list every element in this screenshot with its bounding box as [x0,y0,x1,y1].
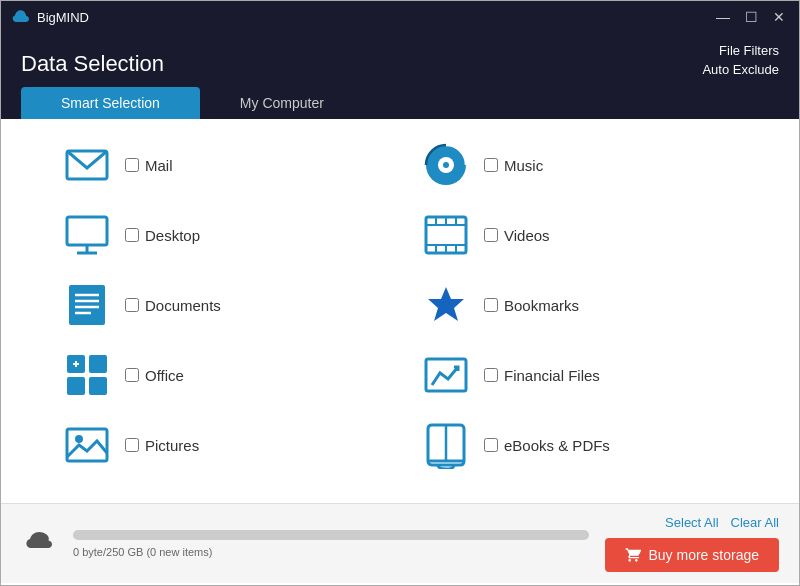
svg-rect-24 [67,377,85,395]
auto-exclude-link[interactable]: Auto Exclude [702,62,779,77]
music-checkbox[interactable] [484,158,498,172]
category-office[interactable]: Office [61,349,380,401]
pictures-icon [61,419,113,471]
maximize-button[interactable]: ☐ [741,7,761,27]
videos-label[interactable]: Videos [484,227,550,244]
cart-icon [625,547,641,563]
category-financial[interactable]: Financial Files [420,349,739,401]
bookmarks-icon [420,279,472,331]
clear-all-button[interactable]: Clear All [731,515,779,530]
pictures-checkbox[interactable] [125,438,139,452]
category-bookmarks[interactable]: Bookmarks [420,279,739,331]
window-controls: — ☐ ✕ [713,7,789,27]
select-clear-row: Select All Clear All [665,515,779,530]
title-bar: BigMIND — ☐ ✕ [1,1,799,33]
header-actions: File Filters Auto Exclude [702,43,779,87]
svg-rect-25 [89,377,107,395]
documents-icon [61,279,113,331]
mail-label[interactable]: Mail [125,157,173,174]
music-icon [420,139,472,191]
page-title: Data Selection [21,51,164,87]
office-icon [61,349,113,401]
bookmarks-label[interactable]: Bookmarks [484,297,579,314]
financial-label[interactable]: Financial Files [484,367,600,384]
category-ebooks[interactable]: eBooks & PDFs [420,419,739,471]
pictures-label[interactable]: Pictures [125,437,199,454]
category-music[interactable]: Music [420,139,739,191]
videos-checkbox[interactable] [484,228,498,242]
minimize-button[interactable]: — [713,7,733,27]
svg-point-30 [75,435,83,443]
category-desktop[interactable]: Desktop [61,209,380,261]
financial-icon [420,349,472,401]
tab-bar: Smart Selection My Computer [1,87,799,119]
mail-checkbox[interactable] [125,158,139,172]
header: Data Selection File Filters Auto Exclude [1,33,799,87]
tab-smart-selection[interactable]: Smart Selection [21,87,200,119]
desktop-checkbox[interactable] [125,228,139,242]
category-documents[interactable]: Documents [61,279,380,331]
storage-label: 0 byte/250 GB (0 new items) [73,546,589,558]
svg-marker-21 [428,287,464,321]
app-title: BigMIND [37,10,713,25]
desktop-icon [61,209,113,261]
category-mail[interactable]: Mail [61,139,380,191]
select-all-button[interactable]: Select All [665,515,718,530]
category-pictures[interactable]: Pictures [61,419,380,471]
ebooks-icon [420,419,472,471]
ebooks-checkbox[interactable] [484,438,498,452]
cloud-storage-icon [21,528,57,560]
svg-rect-23 [89,355,107,373]
app-logo-icon [11,7,31,27]
svg-rect-4 [67,217,107,245]
category-grid: Mail Music [61,139,739,471]
videos-icon [420,209,472,261]
mail-icon [61,139,113,191]
office-checkbox[interactable] [125,368,139,382]
svg-point-3 [443,162,449,168]
svg-rect-16 [69,285,105,325]
main-content: Mail Music [1,119,799,503]
buy-storage-button[interactable]: Buy more storage [605,538,780,572]
tab-my-computer[interactable]: My Computer [200,87,364,119]
desktop-label[interactable]: Desktop [125,227,200,244]
file-filters-link[interactable]: File Filters [719,43,779,58]
documents-checkbox[interactable] [125,298,139,312]
office-label[interactable]: Office [125,367,184,384]
bookmarks-checkbox[interactable] [484,298,498,312]
footer: 0 byte/250 GB (0 new items) Select All C… [1,503,799,583]
documents-label[interactable]: Documents [125,297,221,314]
storage-info: 0 byte/250 GB (0 new items) [73,530,589,558]
music-label[interactable]: Music [484,157,543,174]
svg-rect-28 [426,359,466,391]
footer-actions: Select All Clear All Buy more storage [605,515,780,572]
ebooks-label[interactable]: eBooks & PDFs [484,437,610,454]
financial-checkbox[interactable] [484,368,498,382]
close-button[interactable]: ✕ [769,7,789,27]
category-videos[interactable]: Videos [420,209,739,261]
storage-progress-bar [73,530,589,540]
